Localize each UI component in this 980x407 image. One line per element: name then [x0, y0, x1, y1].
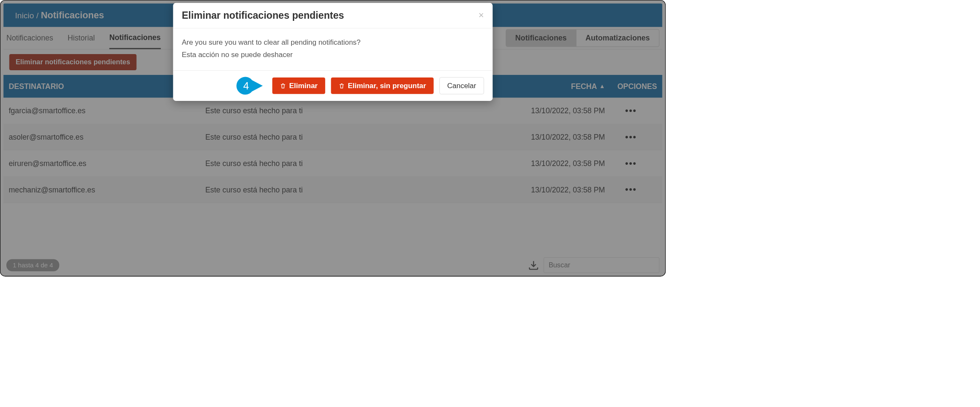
step-callout: 4 — [236, 76, 264, 95]
modal-delete-pending: Eliminar notificaciones pendientes × Are… — [173, 3, 493, 101]
delete-button-label: Eliminar — [289, 82, 318, 90]
modal-body-line1: Are you sure you want to clear all pendi… — [182, 36, 484, 48]
trash-icon — [338, 82, 345, 89]
delete-button[interactable]: Eliminar — [272, 77, 325, 94]
delete-noask-button-label: Eliminar, sin preguntar — [348, 82, 426, 90]
close-icon[interactable]: × — [479, 10, 484, 21]
trash-icon — [280, 82, 286, 89]
delete-noask-button[interactable]: Eliminar, sin preguntar — [331, 77, 433, 94]
step-callout-number: 4 — [243, 80, 249, 92]
modal-body-line2: Esta acción no se puede deshacer — [182, 48, 484, 60]
modal-title: Eliminar notificaciones pendientes — [182, 10, 344, 21]
cancel-button[interactable]: Cancelar — [439, 77, 484, 94]
